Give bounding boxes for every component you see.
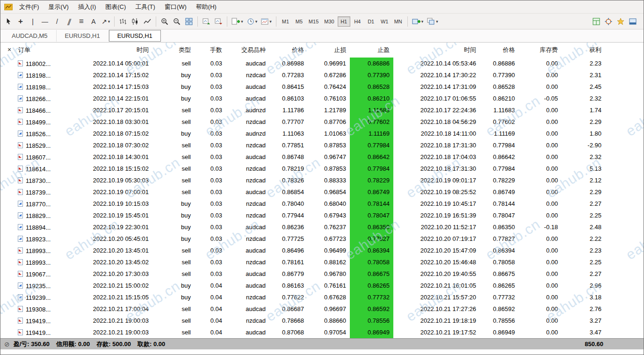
history-row[interactable]: 118607...2022.10.18 14:30:01sell0.03audc…: [14, 151, 644, 163]
column-header-12[interactable]: 获利: [562, 43, 605, 58]
history-row[interactable]: 118730...2022.10.19 05:30:03sell0.03nzdc…: [14, 174, 644, 186]
lots-cell: 0.03: [195, 104, 226, 116]
close-price-cell: 0.86210: [480, 93, 519, 104]
chart-tab-2[interactable]: EURUSD,H1: [57, 30, 109, 42]
toolbox-button[interactable]: [627, 15, 639, 28]
text-tool-button[interactable]: A: [87, 15, 100, 28]
periods-button[interactable]: ▾: [245, 15, 260, 28]
chart-tab-3[interactable]: EURUSD,H1: [109, 30, 161, 42]
channel-button[interactable]: ∥: [63, 15, 75, 28]
column-header-10[interactable]: 价格: [480, 43, 519, 58]
terminal-panel: × eahub.cneahub.cneahub.cneahub.cneahub.…: [0, 43, 644, 338]
timeframe-h1-button[interactable]: H1: [338, 16, 350, 27]
history-row[interactable]: 119419...2022.10.21 19:00:03sell0.04audc…: [14, 326, 644, 338]
arrows-tool-button[interactable]: ↗▾: [100, 15, 112, 28]
history-row[interactable]: 118739...2022.10.19 07:00:01sell0.03audc…: [14, 186, 644, 198]
templates-button[interactable]: ▾: [259, 15, 274, 28]
chart-shift-button[interactable]: [212, 15, 224, 28]
vertical-line-button[interactable]: |: [27, 15, 39, 28]
zoom-out-button[interactable]: [171, 15, 183, 28]
menu-item-1[interactable]: 文件(F): [14, 1, 44, 12]
lots-cell: 0.03: [195, 245, 226, 256]
history-row[interactable]: 119239...2022.10.21 15:15:05buy0.04nzdca…: [14, 291, 644, 303]
history-row[interactable]: 118993...2022.10.20 13:45:01sell0.03audc…: [14, 245, 644, 256]
history-row[interactable]: 118198...2022.10.14 17:15:02buy0.03nzdca…: [14, 69, 644, 81]
history-row[interactable]: 118266...2022.10.14 22:15:01buy0.03audca…: [14, 93, 644, 104]
timeframe-d1-button[interactable]: D1: [365, 16, 377, 27]
history-row[interactable]: 118614...2022.10.18 15:15:02sell0.03nzdc…: [14, 163, 644, 174]
order-number: 118770...: [26, 201, 51, 208]
history-row[interactable]: 119235...2022.10.21 15:00:02buy0.04audca…: [14, 280, 644, 291]
history-row[interactable]: 118770...2022.10.19 10:15:03buy0.03nzdca…: [14, 198, 644, 210]
menu-item-7[interactable]: 帮助(H): [191, 1, 221, 12]
zoom-in-button[interactable]: [159, 15, 171, 28]
history-row[interactable]: 118526...2022.10.18 07:15:02buy0.03audnz…: [14, 128, 644, 139]
column-header-4[interactable]: 手数: [195, 43, 226, 58]
fibonacci-button[interactable]: ≡: [75, 15, 87, 28]
timeframe-m15-button[interactable]: M15: [306, 16, 321, 27]
history-row[interactable]: 119308...2022.10.21 17:00:04sell0.04audc…: [14, 303, 644, 315]
history-row[interactable]: 118198...2022.10.14 17:15:03buy0.03audca…: [14, 81, 644, 93]
order-cell: 118993...: [14, 256, 61, 268]
tile-windows-button[interactable]: [183, 15, 195, 28]
timeframe-w1-button[interactable]: W1: [378, 16, 391, 27]
history-row[interactable]: 118894...2022.10.19 22:30:01buy0.03audca…: [14, 221, 644, 233]
crosshair-target-button[interactable]: [602, 15, 615, 28]
add-indicator-button[interactable]: ▾: [410, 15, 426, 28]
horizontal-line-button[interactable]: —: [39, 15, 51, 28]
open-time-cell: 2022.10.14 17:15:02: [61, 69, 152, 81]
menu-item-3[interactable]: 插入(I): [73, 1, 101, 12]
order-ticket-icon: [18, 72, 23, 78]
menu-item-6[interactable]: 窗口(W): [160, 1, 191, 12]
history-row[interactable]: 119067...2022.10.20 17:30:03sell0.03audc…: [14, 268, 644, 280]
app-logo-icon: [4, 4, 13, 10]
menu-item-5[interactable]: 工具(T): [130, 1, 160, 12]
column-header-3[interactable]: 类型: [152, 43, 195, 58]
column-header-9[interactable]: 时间: [393, 43, 480, 58]
candlestick-button[interactable]: [129, 15, 141, 28]
favorites-button[interactable]: [615, 15, 627, 28]
column-header-11[interactable]: 库存费: [519, 43, 562, 58]
timeframe-h4-button[interactable]: H4: [351, 16, 364, 27]
history-row[interactable]: 118529...2022.10.18 07:30:02sell0.03nzdc…: [14, 139, 644, 151]
close-terminal-button[interactable]: ×: [6, 46, 13, 53]
column-header-5[interactable]: 交易品种: [226, 43, 269, 58]
auto-scroll-button[interactable]: [200, 15, 212, 28]
timeframe-m30-button[interactable]: M30: [322, 16, 336, 27]
data-window-button[interactable]: [590, 15, 602, 28]
cursor-button[interactable]: [2, 15, 14, 28]
column-header-6[interactable]: 价格: [269, 43, 308, 58]
trendline-button[interactable]: /: [51, 15, 63, 28]
new-order-button[interactable]: ▾: [230, 15, 245, 28]
order-cell: 118770...: [14, 198, 61, 210]
lots-cell: 0.03: [195, 151, 226, 163]
history-row[interactable]: 118829...2022.10.19 15:45:01buy0.03nzdca…: [14, 210, 644, 221]
filler-cell: [605, 303, 644, 315]
menu-item-2[interactable]: 显示(V): [44, 1, 73, 12]
profiles-button[interactable]: ▾: [425, 15, 440, 28]
history-row[interactable]: 119419...2022.10.21 19:00:03sell0.04nzdc…: [14, 315, 644, 326]
column-header-8[interactable]: 止盈: [350, 43, 393, 58]
open-time-cell: 2022.10.18 15:15:02: [61, 163, 152, 174]
column-header-1[interactable]: 订单: [14, 43, 61, 58]
chart-tab-1[interactable]: AUDCAD,M5: [3, 30, 57, 42]
history-row[interactable]: 118923...2022.10.20 05:45:01buy0.03nzdca…: [14, 233, 644, 245]
history-row[interactable]: 118499...2022.10.18 03:30:01sell0.03nzdc…: [14, 116, 644, 128]
column-header-2[interactable]: 时间: [61, 43, 152, 58]
menu-item-4[interactable]: 图表(C): [101, 1, 130, 12]
timeframe-m1-button[interactable]: M1: [279, 16, 292, 27]
type-cell: buy: [152, 128, 195, 139]
sl-cell: 0.88660: [308, 315, 350, 326]
bar-chart-button[interactable]: [117, 15, 129, 28]
column-header-7[interactable]: 止损: [308, 43, 350, 58]
timeframe-mn-button[interactable]: MN: [392, 16, 405, 27]
line-chart-button[interactable]: [141, 15, 153, 28]
history-row[interactable]: 118002...2022.10.14 05:00:01sell0.03audc…: [14, 58, 644, 69]
crosshair-button[interactable]: +: [14, 15, 27, 28]
history-row[interactable]: 118993...2022.10.20 13:45:02sell0.03nzdc…: [14, 256, 644, 268]
close-price-cell: 0.86949: [480, 326, 519, 338]
timeframe-m5-button[interactable]: M5: [293, 16, 305, 27]
history-row[interactable]: 118466...2022.10.17 20:15:01sell0.03audn…: [14, 104, 644, 116]
type-cell: buy: [152, 81, 195, 93]
sl-cell: 0.67286: [308, 69, 350, 81]
